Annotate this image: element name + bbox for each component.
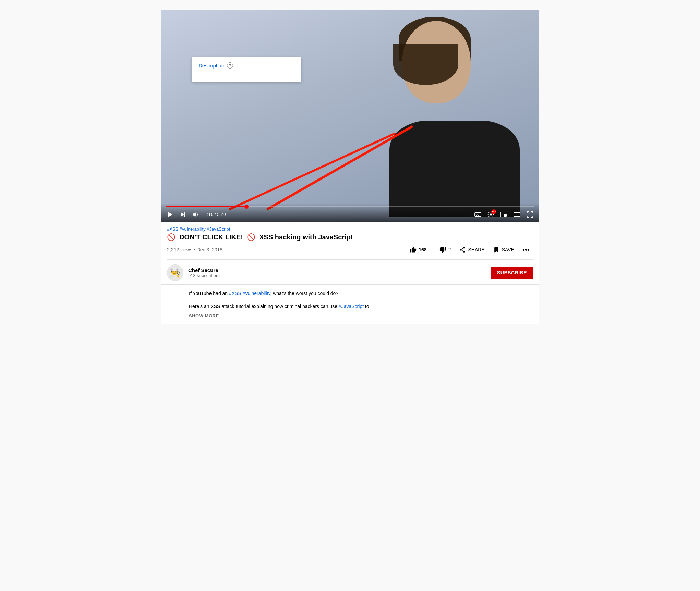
hashtag-links[interactable]: #XSS #vulnerability #JavaScript bbox=[167, 226, 533, 232]
miniplayer-inner-icon bbox=[504, 214, 506, 217]
description-popup: Description ? bbox=[192, 57, 301, 82]
volume-wave-icon bbox=[197, 213, 197, 216]
like-count: 168 bbox=[419, 247, 426, 253]
settings-center-icon bbox=[490, 213, 492, 216]
channel-subscribers: 913 subscribers bbox=[188, 273, 220, 278]
no-symbol-left: 🚫 bbox=[167, 233, 176, 241]
desc-xss-link[interactable]: #XSS bbox=[229, 291, 241, 296]
progress-fill bbox=[166, 206, 247, 207]
no-symbol-right: 🚫 bbox=[247, 233, 255, 241]
avatar-inner: 👨‍🍳 bbox=[167, 265, 183, 281]
cc-button[interactable]: CC bbox=[473, 210, 482, 219]
desc-line2-text: Here's an XSS attack tutorial explaining… bbox=[189, 304, 339, 309]
svg-text:CC: CC bbox=[476, 213, 479, 216]
current-time: 1:10 bbox=[205, 212, 213, 217]
settings-button[interactable]: HD bbox=[486, 210, 495, 219]
theater-button[interactable] bbox=[512, 210, 521, 219]
progress-bar[interactable] bbox=[166, 206, 534, 207]
description-popup-label: Description bbox=[198, 63, 224, 69]
fullscreen-icon bbox=[527, 212, 533, 218]
total-time: 5:20 bbox=[217, 212, 226, 217]
desc-line1-before: If YouTube had an bbox=[189, 291, 229, 296]
play-icon bbox=[168, 212, 172, 218]
description-line2: Here's an XSS attack tutorial explaining… bbox=[189, 303, 533, 310]
dislike-count: 2 bbox=[448, 247, 451, 253]
video-controls: 1:10 / 5:20 CC bbox=[161, 203, 539, 222]
action-buttons: 168 2 SHARE bbox=[406, 244, 533, 256]
title-rest: XSS hacking with JavaScript bbox=[259, 233, 353, 241]
desc-javascript-link[interactable]: #JavaScript bbox=[339, 304, 364, 309]
volume-button[interactable] bbox=[192, 210, 201, 219]
description-section: If YouTube had an #XSS #vulnerability, w… bbox=[161, 285, 539, 324]
chef-icon: 👨‍🍳 bbox=[170, 267, 181, 278]
person-body bbox=[389, 121, 520, 217]
video-title-row: 🚫 DON'T CLICK LIKE! 🚫 XSS hacking with J… bbox=[167, 233, 533, 241]
share-label: SHARE bbox=[468, 247, 484, 253]
help-icon: ? bbox=[227, 62, 233, 69]
controls-left: 1:10 / 5:20 bbox=[166, 210, 226, 219]
description-line1: If YouTube had an #XSS #vulnerability, w… bbox=[189, 290, 533, 297]
save-icon bbox=[494, 247, 498, 253]
show-more-button[interactable]: SHOW MORE bbox=[189, 310, 219, 318]
share-icon bbox=[460, 247, 465, 253]
video-info: #XSS #vulnerability #JavaScript 🚫 DON'T … bbox=[161, 222, 539, 260]
person-beard bbox=[393, 44, 458, 85]
next-button[interactable] bbox=[179, 210, 188, 219]
volume-icon bbox=[193, 212, 196, 217]
like-separator bbox=[433, 246, 433, 254]
next-bar-icon bbox=[184, 212, 185, 217]
controls-row: 1:10 / 5:20 CC bbox=[166, 210, 534, 219]
video-player[interactable]: Description ? bbox=[161, 10, 539, 222]
page-wrapper: Description ? bbox=[161, 10, 539, 324]
share-button[interactable]: SHARE bbox=[456, 244, 488, 255]
save-label: SAVE bbox=[502, 247, 514, 253]
thumbs-down-icon bbox=[439, 247, 446, 253]
thumbs-up-icon bbox=[410, 247, 416, 253]
view-count: 2,212 views • Dec 3, 2018 bbox=[167, 247, 222, 253]
desc-line2-after: to bbox=[364, 304, 369, 309]
description-popup-title: Description ? bbox=[198, 62, 294, 69]
more-dots-icon: ••• bbox=[522, 246, 530, 254]
video-title: 🚫 DON'T CLICK LIKE! 🚫 XSS hacking with J… bbox=[167, 233, 533, 241]
miniplayer-button[interactable] bbox=[499, 210, 508, 219]
dislike-button[interactable]: 2 bbox=[436, 244, 455, 255]
person-head bbox=[402, 21, 471, 103]
title-main: DON'T CLICK LIKE! bbox=[179, 233, 243, 241]
controls-right: CC HD bbox=[473, 210, 534, 219]
channel-avatar[interactable]: 👨‍🍳 bbox=[167, 264, 183, 281]
desc-line1-after: , what's the worst you could do? bbox=[270, 291, 338, 296]
theater-icon bbox=[514, 212, 520, 216]
channel-name[interactable]: Chef Secure bbox=[188, 267, 220, 273]
like-button[interactable]: 168 bbox=[406, 244, 430, 255]
channel-info: Chef Secure 913 subscribers bbox=[188, 267, 220, 278]
svg-line-0 bbox=[230, 134, 395, 209]
more-button[interactable]: ••• bbox=[519, 244, 533, 256]
desc-vulnerability-link[interactable]: #vulnerability bbox=[243, 291, 270, 296]
fullscreen-button[interactable] bbox=[526, 210, 534, 219]
notification-badge: HD bbox=[491, 209, 496, 214]
channel-row: 👨‍🍳 Chef Secure 913 subscribers SUBSCRIB… bbox=[161, 260, 539, 285]
subscribe-button[interactable]: SUBSCRIBE bbox=[491, 267, 533, 279]
save-button[interactable]: SAVE bbox=[490, 244, 518, 255]
video-meta-row: 2,212 views • Dec 3, 2018 168 2 bbox=[167, 244, 533, 260]
play-button[interactable] bbox=[166, 210, 174, 219]
next-icon bbox=[181, 212, 184, 217]
video-background: Description ? bbox=[161, 10, 539, 222]
time-display: 1:10 / 5:20 bbox=[205, 212, 226, 217]
channel-left: 👨‍🍳 Chef Secure 913 subscribers bbox=[167, 264, 220, 281]
